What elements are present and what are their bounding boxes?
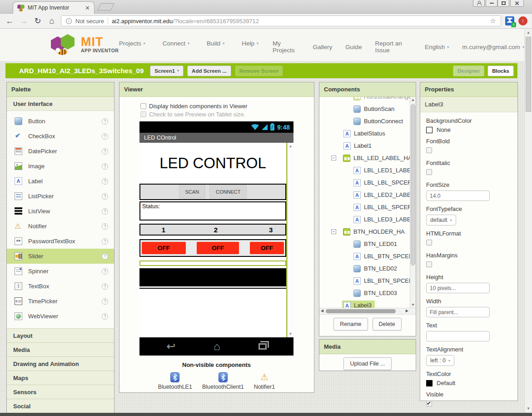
rename-button[interactable]: Rename <box>333 318 368 331</box>
language-menu[interactable]: English▾ <box>425 44 449 50</box>
extension-icon-red[interactable]: ↑ <box>518 16 527 25</box>
bookmark-star-icon[interactable]: ☆ <box>490 17 496 25</box>
link-report-an-issue[interactable]: Report an Issue <box>375 40 412 54</box>
page-scrollbar[interactable]: ▲ ▼ <box>524 29 532 416</box>
component-lbl-lbl-spcer2[interactable]: LBL_LBL_SPCER2 <box>319 201 416 213</box>
new-tab-button[interactable] <box>97 3 115 10</box>
width-input[interactable] <box>426 307 490 317</box>
help-icon[interactable]: ? <box>102 223 108 230</box>
palette-item-timepicker[interactable]: TimePicker? <box>7 294 114 309</box>
window-close-button[interactable]: ✕ <box>510 0 524 7</box>
led-off-button[interactable]: OFF <box>142 242 186 254</box>
visible-checkbox[interactable] <box>426 401 432 406</box>
fontsize-input[interactable] <box>426 190 490 201</box>
remove-screen-button[interactable]: Remove Screen <box>235 65 283 76</box>
component-buttonscan[interactable]: ButtonScan <box>319 103 416 115</box>
height-input[interactable] <box>426 283 490 293</box>
account-menu[interactable]: m.currey@gmail.com▾ <box>462 44 524 50</box>
scroll-up-icon[interactable]: ▲ <box>525 30 532 35</box>
palette-section-media[interactable]: Media <box>7 342 114 356</box>
led-buttons-arrangement[interactable]: OFFOFFOFF <box>139 239 286 257</box>
textalignment-select[interactable]: left : 0▾ <box>426 355 454 366</box>
component-btn-holder-ha[interactable]: −BTN_HOLDER_HA <box>319 226 416 238</box>
component-btn-led01[interactable]: BTN_LED01 <box>319 238 416 250</box>
menu-build[interactable]: Build▾ <box>207 40 224 47</box>
palette-section-maps[interactable]: Maps <box>7 371 114 385</box>
menu-help[interactable]: Help▾ <box>242 40 259 47</box>
display-hidden-checkbox[interactable] <box>140 103 146 109</box>
help-icon[interactable]: ? <box>102 193 108 200</box>
palette-item-slider[interactable]: Slider? <box>7 249 114 264</box>
palette-item-webviewer[interactable]: WebViewer? <box>7 309 114 324</box>
scan-connect-arrangement[interactable]: SCAN CONNECT <box>139 184 286 200</box>
help-icon[interactable]: ? <box>102 298 108 305</box>
label3-selected[interactable] <box>139 261 286 266</box>
palette-section-sensors[interactable]: Sensors <box>7 385 114 399</box>
help-icon[interactable]: ? <box>102 313 108 320</box>
designer-button[interactable]: Designer <box>453 65 484 76</box>
led-control-heading[interactable]: LED CONTROL <box>139 143 286 184</box>
tablet-preview-checkbox[interactable] <box>140 111 146 117</box>
help-icon[interactable]: ? <box>102 238 108 245</box>
scan-button[interactable]: SCAN <box>179 185 206 199</box>
link-my-projects[interactable]: My Projects <box>273 40 300 54</box>
help-icon[interactable]: ? <box>102 283 108 290</box>
scrollbar-thumb[interactable] <box>526 37 531 112</box>
scrollbar-thumb[interactable] <box>326 309 396 313</box>
scroll-down-icon[interactable]: ▼ <box>525 406 532 411</box>
nonvisible-bluetoothle1[interactable]: BluetoothLE1 <box>158 372 192 390</box>
link-guide[interactable]: Guide <box>345 44 362 50</box>
menu-connect[interactable]: Connect▾ <box>163 40 189 47</box>
fonttypeface-select[interactable]: default▾ <box>426 215 456 226</box>
url-bar[interactable]: i Not secure ai2.appinventor.mit.edu/?lo… <box>61 15 501 26</box>
component-lbl-btn-spcer1[interactable]: LBL_BTN_SPCER1 <box>319 250 416 262</box>
component-horizontalarrangement[interactable]: HorizontalArrangement <box>319 97 416 103</box>
palette-item-datepicker[interactable]: DatePicker? <box>7 144 114 159</box>
column-header-arrangement[interactable]: 123 <box>139 224 286 236</box>
fontbold-checkbox[interactable] <box>426 147 432 153</box>
palette-item-checkbox[interactable]: CheckBox? <box>7 129 114 144</box>
screen-selector-button[interactable]: Screen1▾ <box>150 65 184 76</box>
tab-close-icon[interactable]: ✕ <box>85 5 90 11</box>
palette-item-notifier[interactable]: Notifier? <box>7 219 114 234</box>
help-icon[interactable]: ? <box>102 268 108 275</box>
palette-item-button[interactable]: Button? <box>7 114 114 129</box>
scroll-right-icon[interactable]: ▶ <box>406 309 408 313</box>
extension-icon[interactable]: ! <box>505 16 514 25</box>
component-btn-led02[interactable]: BTN_LED02 <box>319 262 416 275</box>
component-lbl-led3-label[interactable]: LBL_LED3_LABEL <box>319 213 416 226</box>
color-swatch[interactable] <box>426 380 433 386</box>
help-icon[interactable]: ? <box>102 163 108 170</box>
reload-icon[interactable]: ↻ <box>33 16 43 26</box>
fontitalic-checkbox[interactable] <box>426 169 432 175</box>
component-buttonconnect[interactable]: ButtonConnect <box>319 115 416 127</box>
help-icon[interactable]: ? <box>102 178 108 185</box>
info-icon[interactable]: i <box>66 18 72 24</box>
palette-section-layout[interactable]: Layout <box>7 328 114 342</box>
palette-item-label[interactable]: Label? <box>7 174 114 189</box>
component-label3[interactable]: Label3 <box>319 299 416 308</box>
forward-icon[interactable]: → <box>19 16 29 26</box>
connect-button[interactable]: CONNECT <box>209 185 247 199</box>
home-icon[interactable]: ⌂ <box>47 16 57 26</box>
palette-item-image[interactable]: Image? <box>7 159 114 174</box>
palette-section-user-interface[interactable]: User Interface <box>7 97 114 111</box>
scroll-left-icon[interactable]: ◀ <box>321 309 323 313</box>
nonvisible-notifier1[interactable]: ⚠Notifier1 <box>254 372 275 390</box>
htmlformat-checkbox[interactable] <box>426 240 432 246</box>
help-icon[interactable]: ? <box>102 253 108 260</box>
tree-vertical-scrollbar[interactable]: ▲ ▼ <box>410 97 416 308</box>
palette-item-listview[interactable]: ListView? <box>7 204 114 219</box>
hasmargins-checkbox[interactable] <box>426 261 432 267</box>
palette-item-textbox[interactable]: TextBox? <box>7 279 114 294</box>
add-screen-button[interactable]: Add Screen ... <box>187 65 231 76</box>
palette-section-social[interactable]: Social <box>7 399 114 413</box>
browser-tab[interactable]: MIT App Inventor ✕ <box>13 1 94 14</box>
component-labelstatus[interactable]: LabelStatus <box>319 127 416 140</box>
delete-button[interactable]: Delete <box>373 318 402 331</box>
collapse-icon[interactable]: − <box>331 229 336 234</box>
component-label1[interactable]: Label1 <box>319 140 416 152</box>
scroll-up-icon[interactable]: ▲ <box>288 144 293 148</box>
menu-projects[interactable]: Projects▾ <box>119 40 145 47</box>
maximize-button[interactable] <box>497 0 509 7</box>
